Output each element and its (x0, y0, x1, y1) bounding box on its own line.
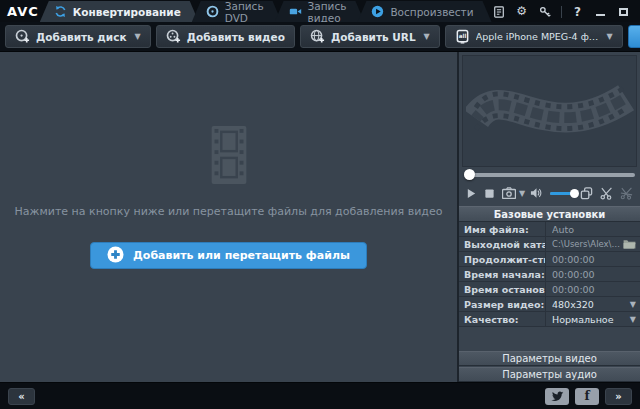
output-format-select[interactable]: all Apple iPhone MPEG-4 фильм (*.mp4) ▼ (445, 25, 623, 48)
chevron-down-icon: ▼ (607, 32, 613, 41)
tab-burn-dvd[interactable]: Запись DVD (192, 1, 282, 22)
row-label: Размер видео: (459, 299, 545, 310)
row-output-folder: Выходной каталог: C:\Users\Alex\Videos\A… (459, 237, 640, 252)
svg-text:all: all (458, 33, 466, 39)
window-controls: ⚙ ? × (492, 5, 640, 22)
row-label: Продолжит-сть: (459, 254, 545, 265)
trim-scissors-icon[interactable] (600, 187, 613, 200)
chevron-down-icon: ▼ (630, 315, 636, 324)
chevron-down-icon: ▼ (630, 300, 636, 309)
output-folder-cell[interactable]: C:\Users\Alex\Videos\A... (545, 237, 640, 251)
volume-icon[interactable] (530, 187, 543, 199)
stop-time-value: 00:00:00 (552, 284, 636, 295)
expand-right-button[interactable]: » (605, 388, 632, 405)
facebook-button[interactable]: f (575, 388, 599, 405)
video-params-section[interactable]: Параметры видео (459, 351, 640, 366)
video-size-value: 480x320 (552, 299, 630, 310)
content: Нажмите на кнопку ниже или перетащите фа… (0, 52, 640, 382)
add-disc-label: Добавить диск (36, 31, 127, 43)
video-preview (462, 55, 637, 167)
row-stop-time: Время остановки: 00:00:00 (459, 282, 640, 297)
convert-icon (54, 5, 67, 18)
start-time-cell[interactable]: 00:00:00 (545, 267, 640, 281)
output-format-value: Apple iPhone MPEG-4 фильм (*.mp4) (476, 31, 599, 42)
tab-label: Запись DVD (225, 0, 264, 24)
add-disc-button[interactable]: Добавить диск ▼ (5, 25, 151, 48)
add-url-label: Добавить URL (331, 31, 416, 43)
help-button[interactable]: ? (571, 5, 585, 18)
file-name-value: Auto (552, 224, 636, 235)
video-size-select[interactable]: 480x320 ▼ (545, 297, 640, 311)
file-drop-area[interactable]: Нажмите на кнопку ниже или перетащите фа… (0, 52, 459, 382)
feedback-icon[interactable] (492, 5, 506, 18)
row-label: Выходной каталог: (459, 239, 545, 250)
seek-slider[interactable] (462, 168, 637, 182)
audio-params-section[interactable]: Параметры аудио (459, 367, 640, 382)
row-quality: Качество: Нормальное ▼ (459, 312, 640, 327)
twitter-button[interactable] (545, 388, 569, 405)
stop-button[interactable] (484, 188, 495, 199)
titlebar: AVC Конвертирование Запись DVD Запись ви… (0, 0, 640, 22)
chevron-down-icon: ▼ (424, 32, 430, 41)
duration-value-cell: 00:00:00 (545, 252, 640, 266)
file-name-value-cell[interactable]: Auto (545, 222, 640, 236)
drop-hint-text: Нажмите на кнопку ниже или перетащите фа… (15, 205, 443, 218)
disc-icon (206, 5, 219, 18)
row-file-name: Имя файла: Auto (459, 222, 640, 237)
minimize-button[interactable] (594, 5, 608, 18)
settings-gear-icon[interactable]: ⚙ (515, 5, 529, 18)
quality-select[interactable]: Нормальное ▼ (545, 312, 640, 326)
snapshot-button[interactable] (502, 187, 516, 199)
activate-key-icon[interactable] (538, 5, 552, 18)
volume-slider[interactable] (550, 189, 570, 198)
quality-value: Нормальное (552, 314, 630, 325)
playback-controls: ▼ (459, 182, 640, 204)
tab-label: Воспроизвести (390, 6, 473, 18)
settings-rows: Имя файла: Auto Выходной каталог: C:\Use… (459, 222, 640, 327)
snapshot-menu-arrow[interactable]: ▼ (519, 189, 525, 198)
app-window: AVC Конвертирование Запись DVD Запись ви… (0, 0, 640, 409)
play-button[interactable] (466, 188, 477, 199)
add-video-label: Добавить видео (187, 31, 285, 43)
basic-settings-header: Базовые установки (459, 206, 640, 222)
add-url-button[interactable]: Добавить URL ▼ (300, 25, 440, 48)
seek-track (464, 173, 635, 177)
row-label: Время начала: (459, 269, 545, 280)
film-plus-icon (166, 29, 181, 44)
collapse-left-button[interactable]: « (8, 388, 35, 405)
play-icon (371, 5, 384, 18)
panel-spacer (459, 327, 640, 350)
row-label: Время остановки: (459, 284, 545, 295)
seek-handle[interactable] (464, 169, 475, 180)
camera-icon (289, 5, 302, 18)
bottom-right-buttons: f » (545, 388, 632, 405)
chevron-down-icon: ▼ (135, 32, 141, 41)
add-files-button[interactable]: Добавить или перетащить файлы (90, 242, 367, 269)
tab-label: Конвертирование (73, 6, 181, 18)
row-label: Качество: (459, 314, 545, 325)
tab-play[interactable]: Воспроизвести (357, 1, 491, 22)
duration-value: 00:00:00 (552, 254, 636, 265)
tab-record-video[interactable]: Запись видео (275, 1, 365, 22)
windows-cascade-icon[interactable] (580, 187, 593, 200)
crop-scissors-off-icon[interactable] (620, 187, 633, 200)
app-logo: AVC (0, 4, 47, 22)
add-video-button[interactable]: Добавить видео (156, 25, 295, 48)
start-time-value: 00:00:00 (552, 269, 636, 280)
volume-handle[interactable] (570, 189, 579, 198)
film-reel-graphic (466, 64, 634, 158)
stop-time-cell[interactable]: 00:00:00 (545, 282, 640, 296)
globe-plus-icon (310, 29, 325, 44)
maximize-button[interactable] (617, 5, 631, 18)
facebook-f-icon: f (584, 389, 589, 403)
disc-plus-icon (15, 29, 30, 44)
open-folder-icon[interactable] (623, 239, 636, 249)
filmstrip-icon (202, 126, 256, 188)
toolbar: Добавить диск ▼ Добавить видео Добавить … (0, 22, 640, 52)
divider (561, 6, 562, 18)
add-files-label: Добавить или перетащить файлы (133, 249, 350, 262)
tab-convert[interactable]: Конвертирование (40, 1, 199, 22)
row-start-time: Время начала: 00:00:00 (459, 267, 640, 282)
convert-button[interactable]: Конвертировать! (628, 25, 640, 48)
right-panel: ▼ Базовые установки (459, 52, 640, 382)
